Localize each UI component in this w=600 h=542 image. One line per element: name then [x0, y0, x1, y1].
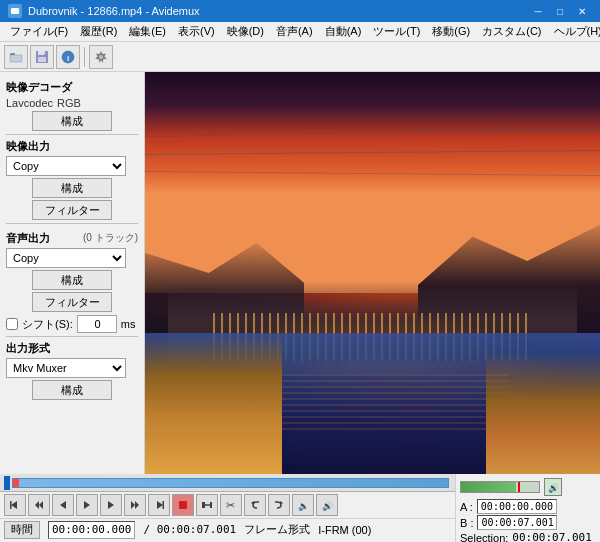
menu-edit[interactable]: 履歴(R)	[74, 22, 123, 41]
main-content: 映像デコーダ Lavcodec RGB 構成 映像出力 Copy None 構成…	[0, 72, 600, 474]
divider2	[6, 223, 138, 224]
video-config-button[interactable]: 構成	[32, 178, 112, 198]
a-label: A :	[460, 501, 473, 513]
ab-a-row: A : 00:00:00.000	[460, 499, 596, 514]
toolbar-separator	[84, 47, 85, 67]
maximize-button[interactable]: □	[550, 3, 570, 19]
svg-marker-11	[11, 501, 17, 509]
svg-rect-0	[11, 8, 19, 14]
segment-button[interactable]	[196, 494, 218, 516]
svg-rect-12	[10, 501, 12, 509]
output-format-title: 出力形式	[6, 341, 138, 356]
output-format-select[interactable]: Mkv Muxer AVI Muxer	[6, 358, 126, 378]
shift-unit: ms	[121, 318, 136, 330]
menu-video[interactable]: 映像(D)	[221, 22, 270, 41]
timeline-left-marker	[4, 476, 10, 490]
total-time-display: / 00:00:07.001	[143, 523, 236, 536]
vol-up-button[interactable]: 🔊	[316, 494, 338, 516]
close-button[interactable]: ✕	[572, 3, 592, 19]
shift-input[interactable]	[77, 315, 117, 333]
svg-text:🔈: 🔈	[298, 500, 309, 511]
frame-value: I-FRM (00)	[318, 524, 371, 536]
svg-marker-16	[84, 501, 90, 509]
redo-button[interactable]	[268, 494, 290, 516]
volume-icon[interactable]: 🔊	[544, 478, 562, 496]
left-panel: 映像デコーダ Lavcodec RGB 構成 映像出力 Copy None 構成…	[0, 72, 145, 474]
toolbar-save-button[interactable]	[30, 45, 54, 69]
svg-text:✂: ✂	[226, 499, 235, 511]
foreground-left	[145, 333, 282, 474]
volume-slider[interactable]	[460, 481, 540, 493]
menu-file[interactable]: ファイル(F)	[4, 22, 74, 41]
menu-navigate[interactable]: 移動(G)	[426, 22, 476, 41]
video-output-select[interactable]: Copy None	[6, 156, 126, 176]
svg-text:i: i	[67, 54, 69, 63]
current-time-display: 00:00:00.000	[48, 521, 135, 539]
shift-checkbox[interactable]	[6, 318, 18, 330]
vol-down-button[interactable]: 🔈	[292, 494, 314, 516]
svg-marker-15	[60, 501, 66, 509]
undo-button[interactable]	[244, 494, 266, 516]
menu-format[interactable]: 編集(E)	[123, 22, 172, 41]
svg-rect-5	[38, 57, 46, 62]
audio-output-select[interactable]: Copy None	[6, 248, 126, 268]
toolbar-info-button[interactable]: i	[56, 45, 80, 69]
minimize-button[interactable]: ─	[528, 3, 548, 19]
app-icon	[8, 4, 22, 18]
a-time-display: 00:00:00.000	[477, 499, 557, 514]
volume-marker	[518, 482, 520, 492]
window-title: Dubrovnik - 12866.mp4 - Avidemux	[28, 5, 200, 17]
svg-marker-17	[108, 501, 114, 509]
svg-marker-14	[39, 501, 43, 509]
svg-rect-4	[38, 51, 44, 55]
volume-area: 🔊	[460, 476, 596, 498]
toolbar-open-button[interactable]	[4, 45, 28, 69]
go-start-button[interactable]	[4, 494, 26, 516]
timeline-row[interactable]	[0, 474, 455, 492]
play-button[interactable]	[76, 494, 98, 516]
shift-label: シフト(S):	[22, 317, 73, 332]
toolbar: i	[0, 42, 600, 72]
timeline-bar[interactable]	[12, 478, 449, 488]
decoder-row: Lavcodec RGB	[6, 97, 138, 109]
menu-view[interactable]: 表示(V)	[172, 22, 221, 41]
selection-row: Selection: 00:00:07.001	[460, 531, 596, 542]
svg-rect-22	[179, 501, 187, 509]
output-config-button[interactable]: 構成	[32, 380, 112, 400]
right-info-panel: 🔊 A : 00:00:00.000 B : 00:00:07.001 Sele…	[455, 474, 600, 542]
menu-auto[interactable]: 自動(A)	[319, 22, 368, 41]
audio-config-button[interactable]: 構成	[32, 270, 112, 290]
decoder-config-button[interactable]: 構成	[32, 111, 112, 131]
next-keyframe-button[interactable]	[124, 494, 146, 516]
svg-marker-19	[135, 501, 139, 509]
toolbar-settings-button[interactable]	[89, 45, 113, 69]
menu-help[interactable]: ヘルプ(H)	[548, 22, 600, 41]
title-bar: Dubrovnik - 12866.mp4 - Avidemux ─ □ ✕	[0, 0, 600, 22]
timeline-position-marker	[13, 479, 19, 487]
status-row: 時間 00:00:00.000 / 00:00:07.001 フレーム形式 I-…	[0, 518, 455, 540]
svg-marker-18	[131, 501, 135, 509]
audio-output-title: 音声出力	[6, 231, 50, 246]
cut-button[interactable]: ✂	[220, 494, 242, 516]
go-end-button[interactable]	[148, 494, 170, 516]
b-label: B :	[460, 517, 473, 529]
time-mode-button[interactable]: 時間	[4, 521, 40, 539]
svg-marker-13	[35, 501, 39, 509]
svg-rect-2	[10, 55, 22, 62]
menu-bar: ファイル(F) 履歴(R) 編集(E) 表示(V) 映像(D) 音声(A) 自動…	[0, 22, 600, 42]
audio-filter-button[interactable]: フィルター	[32, 292, 112, 312]
video-background	[145, 72, 600, 474]
prev-frame-button[interactable]	[52, 494, 74, 516]
video-filter-button[interactable]: フィルター	[32, 200, 112, 220]
selection-time: 00:00:07.001	[512, 531, 591, 542]
menu-custom[interactable]: カスタム(C)	[476, 22, 547, 41]
svg-rect-23	[202, 502, 205, 508]
menu-tools[interactable]: ツール(T)	[367, 22, 426, 41]
menu-audio[interactable]: 音声(A)	[270, 22, 319, 41]
prev-keyframe-button[interactable]	[28, 494, 50, 516]
shift-row: シフト(S): ms	[6, 315, 138, 333]
ab-b-row: B : 00:00:07.001	[460, 515, 596, 530]
next-frame-button[interactable]	[100, 494, 122, 516]
selection-label: Selection:	[460, 532, 508, 543]
mark-a-button[interactable]	[172, 494, 194, 516]
